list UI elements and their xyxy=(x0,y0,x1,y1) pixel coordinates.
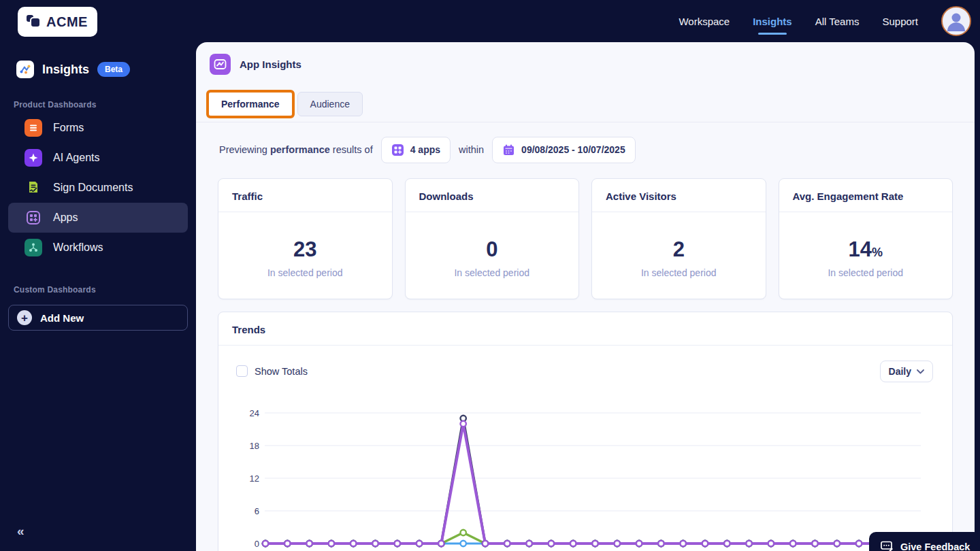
metric-caption: In selected period xyxy=(218,267,392,278)
metric-title: Active Visitors xyxy=(592,179,766,212)
show-totals-control: Show Totals xyxy=(236,365,308,377)
metric-value: 0 xyxy=(406,237,579,262)
divider xyxy=(196,122,975,122)
metric-title: Traffic xyxy=(218,179,392,212)
apps-count-label: 4 apps xyxy=(410,144,440,155)
trends-chart-svg: 24181260 xyxy=(232,407,940,551)
logo-text: ACME xyxy=(46,14,88,30)
filter-connector: within xyxy=(459,144,484,155)
ai-agents-icon xyxy=(24,149,42,167)
section-product-dashboards: Product Dashboards xyxy=(14,100,97,110)
metric-value: 2 xyxy=(592,237,766,262)
section-custom-dashboards: Custom Dashboards xyxy=(14,285,96,295)
workflows-icon xyxy=(24,239,42,256)
sidebar-item-apps[interactable]: Apps xyxy=(8,203,188,233)
date-range-label: 09/08/2025 - 10/07/2025 xyxy=(521,144,625,155)
chevron-down-icon xyxy=(917,369,924,374)
tab-audience[interactable]: Audience xyxy=(297,92,363,116)
sidebar-item-label: Apps xyxy=(53,212,78,224)
filter-text: Previewing performance results of xyxy=(219,144,373,155)
forms-icon xyxy=(24,119,42,137)
user-avatar[interactable] xyxy=(941,6,971,36)
sign-documents-icon xyxy=(24,179,42,197)
metric-caption: In selected period xyxy=(779,267,953,278)
granularity-value: Daily xyxy=(889,366,911,377)
date-range-chip[interactable]: 09/08/2025 - 10/07/2025 xyxy=(492,137,636,163)
granularity-select[interactable]: Daily xyxy=(880,361,933,382)
metric-card-traffic: Traffic 23 In selected period xyxy=(218,178,393,299)
filter-bar: Previewing performance results of 4 apps… xyxy=(219,136,636,163)
show-totals-label: Show Totals xyxy=(255,366,308,377)
metric-caption: In selected period xyxy=(406,267,579,278)
apps-grid-icon xyxy=(391,144,404,156)
person-icon xyxy=(943,8,969,34)
feedback-chat-pencil-icon xyxy=(880,539,894,551)
show-totals-checkbox[interactable] xyxy=(236,365,248,377)
sidebar-item-sign-documents[interactable]: Sign Documents xyxy=(8,173,188,203)
acme-logo[interactable]: ACME xyxy=(18,7,97,37)
sidebar-nav: Forms AI Agents Sign Documents xyxy=(0,113,196,263)
annotation-highlight-box: Performance xyxy=(206,90,295,118)
sidebar: ACME Insights Beta Product Dashboards F xyxy=(0,0,196,551)
give-feedback-label: Give Feedback xyxy=(900,541,970,551)
apps-selector-chip[interactable]: 4 apps xyxy=(381,137,451,163)
sidebar-item-label: Sign Documents xyxy=(53,182,133,194)
insights-icon xyxy=(16,61,34,78)
metric-card-active-visitors: Active Visitors 2 In selected period xyxy=(591,178,766,299)
svg-text:12: 12 xyxy=(250,473,259,484)
add-new-button[interactable]: + Add New xyxy=(8,305,188,331)
sidebar-item-label: Forms xyxy=(53,122,84,134)
svg-text:6: 6 xyxy=(255,506,259,516)
metric-value: 14% xyxy=(779,237,953,262)
calendar-icon xyxy=(502,144,515,156)
sidebar-product-header: Insights Beta xyxy=(16,61,130,78)
sidebar-item-workflows[interactable]: Workflows xyxy=(8,233,188,263)
give-feedback-button[interactable]: Give Feedback xyxy=(869,532,980,551)
nav-workspace[interactable]: Workspace xyxy=(679,2,730,41)
trends-chart: 24181260 xyxy=(232,407,940,551)
product-name: Insights xyxy=(42,63,89,77)
sidebar-item-label: Workflows xyxy=(53,241,103,254)
collapse-sidebar-icon[interactable]: « xyxy=(17,524,24,539)
metric-card-downloads: Downloads 0 In selected period xyxy=(405,178,580,299)
trends-title: Trends xyxy=(218,312,952,346)
page-header: App Insights xyxy=(210,54,301,75)
tabs: Performance Audience xyxy=(206,90,363,118)
trends-card: Trends Show Totals Daily 24181260 xyxy=(218,312,953,551)
apps-icon xyxy=(24,209,42,227)
metric-title: Avg. Engagement Rate xyxy=(779,179,953,212)
nav-insights[interactable]: Insights xyxy=(753,2,792,41)
sidebar-item-label: AI Agents xyxy=(53,152,100,164)
metric-title: Downloads xyxy=(406,179,579,212)
tab-performance[interactable]: Performance xyxy=(209,93,292,116)
metric-caption: In selected period xyxy=(592,267,766,278)
svg-text:24: 24 xyxy=(250,408,259,418)
svg-text:0: 0 xyxy=(255,539,259,549)
nav-support[interactable]: Support xyxy=(882,2,918,41)
svg-text:18: 18 xyxy=(250,441,259,451)
page-title: App Insights xyxy=(240,59,301,70)
beta-badge: Beta xyxy=(97,62,130,77)
nav-all-teams[interactable]: All Teams xyxy=(815,2,860,41)
main-panel: App Insights Performance Audience Previe… xyxy=(196,42,975,551)
metric-cards: Traffic 23 In selected period Downloads … xyxy=(218,178,953,299)
plus-icon: + xyxy=(17,310,32,325)
sidebar-item-forms[interactable]: Forms xyxy=(8,113,188,143)
acme-logo-icon xyxy=(24,12,42,32)
app-insights-icon xyxy=(210,54,231,75)
metric-card-engagement-rate: Avg. Engagement Rate 14% In selected per… xyxy=(779,178,953,299)
metric-value: 23 xyxy=(218,237,392,262)
sidebar-item-ai-agents[interactable]: AI Agents xyxy=(8,143,188,173)
add-new-label: Add New xyxy=(40,312,84,324)
top-navigation: Workspace Insights All Teams Support xyxy=(679,0,971,42)
